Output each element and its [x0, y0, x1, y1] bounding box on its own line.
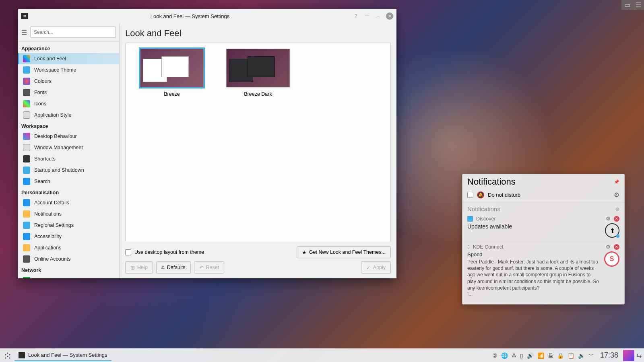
window-title: Look and Feel — System Settings	[28, 13, 352, 19]
taskbar-clock[interactable]: 17:38	[598, 351, 621, 360]
use-desktop-layout-checkbox[interactable]: Use desktop layout from theme	[125, 249, 204, 255]
sidebar-item-label: Notifications	[34, 211, 62, 217]
corner-settings-icon[interactable]: ☰	[633, 0, 644, 10]
theme-card[interactable]: Breeze	[140, 49, 204, 97]
notif-body-extra: I...	[467, 291, 600, 298]
sidebar-item[interactable]: Startup and Shutdown	[18, 165, 119, 176]
sidebar-item-label: Desktop Behaviour	[34, 134, 77, 139]
svg-point-5	[9, 357, 10, 358]
sidebar-item-label: Colours	[34, 78, 52, 84]
sidebar-item[interactable]: Icons	[18, 98, 119, 109]
update-badge-icon: ⬆	[605, 223, 619, 238]
sidebar-item-label: Applications	[34, 245, 61, 251]
sidebar-item[interactable]: Shortcuts	[18, 153, 119, 165]
sidebar-item-label: Application Style	[34, 112, 71, 118]
sidebar-item-icon	[23, 277, 30, 278]
help-icon[interactable]: ?	[352, 12, 359, 20]
sidebar-item[interactable]: Application Style	[18, 109, 119, 121]
clear-all-icon[interactable]: ⊘	[615, 206, 619, 212]
apply-button[interactable]: ✓ Apply	[361, 261, 391, 274]
theme-card[interactable]: Breeze Dark	[226, 49, 290, 97]
sidebar-item[interactable]: Online Accounts	[18, 253, 119, 265]
sidebar-item[interactable]: Applications	[18, 242, 119, 253]
page-title: Look and Feel	[125, 28, 391, 39]
sidebar-item-icon	[23, 111, 30, 119]
notification-item-kdeconnect[interactable]: ▯ KDE Connect ⚙ ✕ Spond Peer Paddle : Ma…	[462, 242, 624, 302]
tray-printer-icon[interactable]: 🖶	[548, 352, 553, 359]
theme-label: Breeze	[140, 91, 204, 97]
tray-volume-icon[interactable]: 🔊	[527, 352, 534, 359]
reset-icon: ↶	[199, 265, 204, 271]
checkbox-icon[interactable]	[125, 249, 131, 255]
sidebar-item-label: Workspace Theme	[34, 67, 76, 73]
sidebar-item-icon	[23, 222, 30, 229]
sidebar-item-label: Connections	[34, 278, 62, 278]
help-button[interactable]: ⊞ Help	[125, 261, 153, 274]
screen-corner-controls: ▭ ☰	[621, 0, 644, 10]
notifications-heading: Notifications	[467, 177, 614, 187]
notif-close-icon[interactable]: ✕	[614, 216, 619, 222]
tray-wifi-icon[interactable]: 📶	[537, 352, 544, 359]
app-icon: ⊞	[21, 13, 28, 19]
sidebar-item-icon	[23, 199, 30, 206]
sidebar-item-label: Startup and Shutdown	[34, 167, 84, 173]
taskbar-task[interactable]: Look and Feel — System Settings	[14, 350, 111, 361]
titlebar[interactable]: ⊞ Look and Feel — System Settings ? ﹀ ︿ …	[18, 9, 396, 23]
tray-circled-2-icon[interactable]: ②	[492, 352, 497, 359]
sidebar-item[interactable]: Connections	[18, 275, 119, 278]
theme-thumbnail	[140, 49, 204, 87]
get-new-themes-button[interactable]: ★ Get New Look and Feel Themes...	[297, 246, 391, 258]
sidebar-item-icon	[23, 155, 30, 162]
corner-monitor-icon[interactable]: ▭	[621, 0, 633, 10]
taskbar-activity-icon[interactable]	[623, 350, 634, 361]
tray-expand-icon[interactable]: ﹀	[588, 352, 594, 359]
dnd-checkbox[interactable]	[467, 192, 473, 198]
discover-app-icon	[467, 216, 473, 222]
sidebar-item[interactable]: Desktop Behaviour	[18, 131, 119, 142]
sidebar-item-icon	[23, 144, 30, 151]
dnd-settings-icon[interactable]: ⚙	[614, 191, 619, 199]
sidebar-item-icon	[23, 78, 30, 85]
sidebar-item[interactable]: Search	[18, 176, 119, 187]
notif-subtitle: Spond	[467, 251, 600, 257]
tray-bluetooth-icon[interactable]: ⁂	[512, 353, 516, 358]
start-menu-icon[interactable]	[2, 350, 14, 362]
notif-close-icon[interactable]: ✕	[614, 244, 619, 250]
sidebar-item[interactable]: Window Management	[18, 142, 119, 153]
notif-settings-icon[interactable]: ⚙	[606, 244, 611, 250]
sidebar-item[interactable]: Accessibility	[18, 231, 119, 242]
sidebar-item-label: Look and Feel	[34, 56, 66, 62]
defaults-button[interactable]: ⎌ Defaults	[156, 261, 191, 274]
bell-off-icon: 🔕	[477, 191, 485, 199]
reset-button[interactable]: ↶ Reset	[194, 261, 225, 274]
sidebar-item[interactable]: Notifications	[18, 208, 119, 220]
sidebar-item[interactable]: Colours	[18, 76, 119, 87]
sidebar-item-label: Accessibility	[34, 234, 62, 239]
close-icon[interactable]: ✕	[386, 12, 393, 20]
tray-clipboard-icon[interactable]: 📋	[568, 352, 574, 359]
sidebar-category: Appearance	[18, 43, 119, 53]
defaults-icon: ⎌	[161, 265, 165, 270]
notif-settings-icon[interactable]: ⚙	[606, 216, 611, 222]
search-input[interactable]	[30, 27, 116, 38]
sidebar-item[interactable]: Look and Feel	[18, 53, 119, 64]
sidebar-item[interactable]: Regional Settings	[18, 220, 119, 231]
sidebar-item-icon	[23, 255, 30, 263]
tray-globe-icon[interactable]: 🌐	[501, 352, 508, 359]
notification-item-discover[interactable]: Discover ⚙ ✕ Updates available ⬆	[462, 214, 624, 242]
hamburger-icon[interactable]: ☰	[21, 29, 27, 36]
maximize-icon[interactable]: ︿	[375, 12, 382, 20]
tray-speaker-icon[interactable]: 🔉	[578, 352, 585, 359]
sidebar-item[interactable]: Workspace Theme	[18, 64, 119, 76]
sidebar-item[interactable]: Fonts	[18, 87, 119, 98]
tray-phone-icon[interactable]: ▯	[520, 352, 523, 359]
sidebar-item[interactable]: Account Details	[18, 197, 119, 208]
pin-icon[interactable]: 📌	[614, 179, 619, 185]
notif-body: Peer Paddle : Mark Foster: Just had a lo…	[467, 259, 600, 291]
tray-lock-icon[interactable]: 🔒	[557, 352, 564, 359]
sidebar-item-icon	[23, 167, 30, 174]
sidebar-list[interactable]: AppearanceLook and FeelWorkspace ThemeCo…	[18, 41, 119, 278]
taskbar-showdesktop-icon[interactable]: ⇆	[635, 351, 642, 360]
sidebar-item-label: Fonts	[34, 90, 47, 95]
minimize-icon[interactable]: ﹀	[363, 12, 371, 20]
